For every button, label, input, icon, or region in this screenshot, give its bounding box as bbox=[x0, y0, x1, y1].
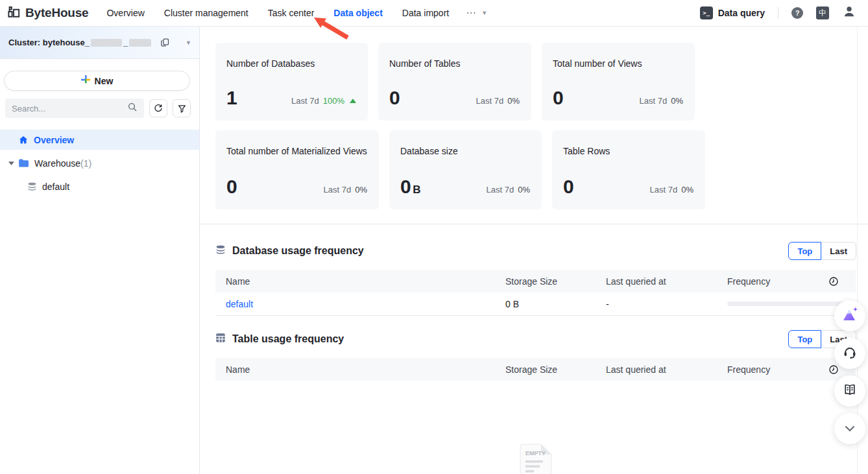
main-content: Number of Databases 1 Last 7d 100% Numbe… bbox=[200, 27, 868, 474]
support-button[interactable] bbox=[834, 338, 865, 369]
frequency-bar bbox=[727, 302, 848, 306]
empty-state: EMPTY bbox=[215, 381, 856, 474]
caret-down-icon[interactable] bbox=[6, 161, 16, 165]
database-usage-table: Name Storage Size Last queried at Freque… bbox=[215, 270, 856, 316]
last-queried-value: - bbox=[606, 299, 727, 309]
search-icon bbox=[127, 102, 138, 115]
help-icon[interactable]: ? bbox=[791, 7, 803, 19]
refresh-button[interactable] bbox=[149, 99, 167, 117]
language-icon[interactable]: 中 bbox=[816, 6, 829, 19]
stat-cards: Number of Databases 1 Last 7d 100% Numbe… bbox=[215, 43, 868, 209]
database-icon bbox=[215, 245, 226, 257]
filter-button[interactable] bbox=[173, 99, 191, 117]
ai-assistant-button[interactable] bbox=[834, 300, 865, 331]
search-input[interactable] bbox=[12, 104, 127, 113]
table-header: Name Storage Size Last queried at Freque… bbox=[215, 358, 856, 381]
mountain-sparkle-icon bbox=[840, 305, 860, 326]
new-button[interactable]: New bbox=[4, 71, 190, 91]
stat-card-database-size: Database size 0B Last 7d 0% bbox=[389, 130, 542, 209]
terminal-icon: >_ bbox=[700, 6, 713, 19]
card-value: 0 bbox=[563, 177, 574, 196]
redacted-text bbox=[91, 39, 122, 47]
card-change: 0% bbox=[507, 96, 520, 106]
nav-item-overview[interactable]: Overview bbox=[106, 8, 144, 18]
sidebar-item-default[interactable]: default bbox=[0, 176, 199, 196]
empty-document-icon: EMPTY bbox=[520, 444, 552, 474]
card-period: Last 7d bbox=[291, 96, 319, 106]
user-avatar-icon[interactable] bbox=[842, 5, 856, 21]
book-icon bbox=[842, 382, 858, 400]
db-usage-toggle: Top Last bbox=[788, 242, 856, 260]
card-change: 0% bbox=[671, 96, 683, 106]
sidebar: Cluster: bytehouse_ _ ▼ bbox=[0, 27, 200, 474]
divider bbox=[778, 7, 778, 19]
sidebar-item-overview[interactable]: Overview bbox=[0, 130, 199, 150]
stat-card-views: Total number of Views 0 Last 7d 0% bbox=[542, 43, 695, 121]
sidebar-item-warehouse[interactable]: Warehouse(1) bbox=[0, 153, 199, 173]
column-frequency: Frequency bbox=[727, 364, 812, 375]
nav-menu: Overview Cluster management Task center … bbox=[106, 8, 449, 18]
card-unit: B bbox=[413, 184, 420, 196]
nav-item-data-import[interactable]: Data import bbox=[402, 8, 449, 18]
nav-more-button[interactable]: ··· bbox=[466, 7, 476, 19]
card-change: 0% bbox=[681, 185, 693, 195]
toggle-top-button[interactable]: Top bbox=[788, 242, 821, 260]
database-link-default[interactable]: default bbox=[215, 299, 505, 309]
toggle-last-button[interactable]: Last bbox=[821, 242, 856, 260]
column-name: Name bbox=[215, 364, 505, 375]
card-title: Number of Databases bbox=[226, 58, 356, 69]
database-icon bbox=[27, 182, 37, 191]
card-value: 0 bbox=[226, 177, 237, 196]
card-change: 0% bbox=[355, 185, 367, 195]
card-title: Total number of Materialized Views bbox=[226, 146, 367, 156]
copy-icon[interactable] bbox=[160, 38, 170, 47]
chevron-down-icon[interactable]: ▼ bbox=[186, 40, 191, 46]
card-period: Last 7d bbox=[324, 185, 352, 195]
top-nav: ByteHouse Overview Cluster management Ta… bbox=[0, 0, 868, 27]
column-last-queried: Last queried at bbox=[606, 276, 727, 287]
nav-item-task-center[interactable]: Task center bbox=[268, 8, 315, 18]
column-last-queried: Last queried at bbox=[606, 364, 727, 375]
card-value: 0 bbox=[553, 88, 564, 108]
stat-card-materialized-views: Total number of Materialized Views 0 Las… bbox=[215, 130, 379, 209]
cluster-label-mid: _ bbox=[123, 38, 128, 47]
chevron-down-icon bbox=[845, 423, 855, 434]
new-button-label: New bbox=[95, 76, 114, 86]
cluster-label: Cluster: bytehouse_ bbox=[8, 38, 90, 47]
nav-item-data-object[interactable]: Data object bbox=[333, 8, 382, 18]
card-period: Last 7d bbox=[487, 185, 514, 195]
table-header: Name Storage Size Last queried at Freque… bbox=[215, 270, 856, 292]
folder-icon bbox=[18, 158, 29, 168]
card-title: Database size bbox=[400, 146, 530, 156]
table-usage-section-header: Table usage frequency Top Last bbox=[215, 330, 856, 348]
brand-name: ByteHouse bbox=[25, 6, 88, 20]
card-title: Number of Tables bbox=[389, 58, 520, 69]
table-icon bbox=[215, 333, 226, 346]
storage-size-value: 0 B bbox=[505, 299, 606, 309]
sidebar-item-label: Overview bbox=[34, 135, 74, 145]
docs-button[interactable] bbox=[834, 375, 865, 407]
collapse-button[interactable] bbox=[834, 413, 865, 444]
sidebar-item-label: default bbox=[42, 182, 69, 192]
nav-item-cluster-management[interactable]: Cluster management bbox=[164, 8, 248, 18]
table-usage-table: Name Storage Size Last queried at Freque… bbox=[215, 358, 856, 381]
column-storage-size: Storage Size bbox=[505, 276, 606, 287]
card-period: Last 7d bbox=[650, 185, 678, 195]
data-query-button[interactable]: >_ Data query bbox=[700, 6, 765, 19]
card-change: 0% bbox=[518, 185, 530, 195]
card-title: Table Rows bbox=[563, 146, 693, 156]
bytehouse-logo[interactable]: ByteHouse bbox=[6, 5, 88, 22]
floating-actions bbox=[834, 300, 865, 444]
bytehouse-logo-icon bbox=[6, 5, 21, 22]
object-tree: Overview Warehouse(1) bbox=[0, 130, 199, 196]
stat-card-table-rows: Table Rows 0 Last 7d 0% bbox=[552, 130, 705, 209]
cluster-selector[interactable]: Cluster: bytehouse_ _ ▼ bbox=[0, 27, 199, 59]
column-storage-size: Storage Size bbox=[505, 364, 606, 375]
plus-icon bbox=[81, 75, 90, 86]
clock-icon[interactable] bbox=[812, 276, 856, 287]
redacted-text bbox=[129, 39, 151, 47]
section-title: Table usage frequency bbox=[232, 333, 344, 345]
empty-label: EMPTY bbox=[525, 450, 546, 456]
toggle-top-button[interactable]: Top bbox=[788, 330, 821, 348]
chevron-down-icon[interactable]: ▼ bbox=[481, 10, 487, 16]
